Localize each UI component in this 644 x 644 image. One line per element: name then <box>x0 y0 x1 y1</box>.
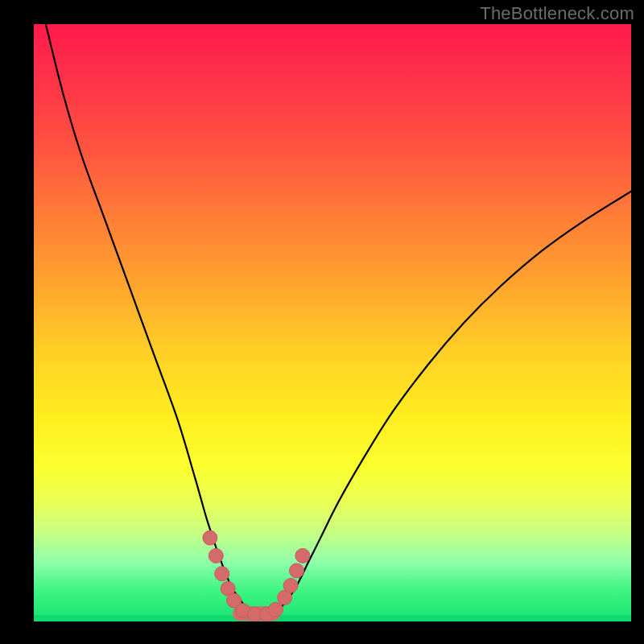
valley-markers <box>203 530 310 621</box>
valley-marker <box>208 548 223 563</box>
chart-frame: TheBottleneck.com <box>0 0 644 644</box>
valley-marker <box>283 578 298 592</box>
bottleneck-curve <box>46 24 631 616</box>
plot-area <box>34 24 631 621</box>
valley-marker <box>215 567 229 581</box>
valley-marker <box>203 530 217 545</box>
watermark-text: TheBottleneck.com <box>480 3 634 24</box>
valley-marker <box>289 564 303 578</box>
valley-marker <box>269 602 283 617</box>
chart-svg <box>34 24 631 621</box>
valley-marker <box>295 548 310 563</box>
